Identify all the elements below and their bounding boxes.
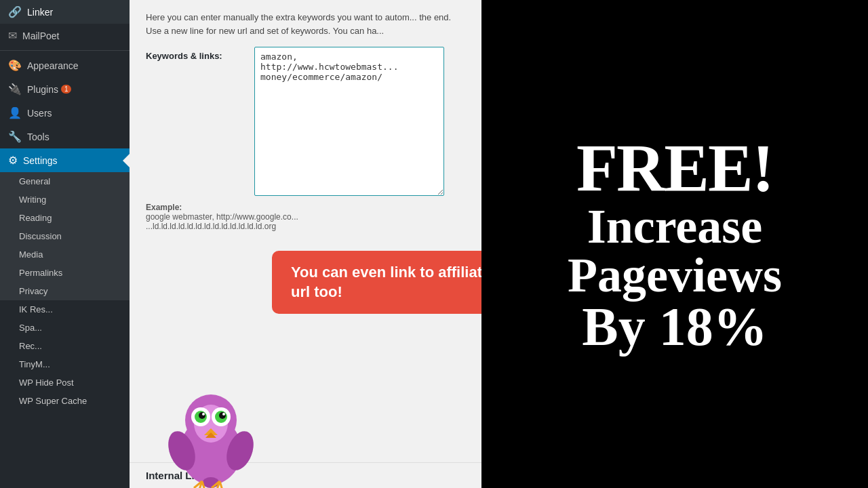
sidebar-item-label: Tools [27,131,50,142]
plugins-icon: 🔌 [8,83,22,96]
video-line1: FREE! [576,134,773,202]
video-line2: Increase [587,202,763,251]
keywords-label: Keywords & links: [146,47,254,61]
tools-icon: 🔧 [8,130,22,143]
mascot-bird [167,380,255,488]
svg-point-7 [199,412,205,419]
content-inner: Here you can enter manually the extra ke… [130,0,481,488]
extra-ik-res[interactable]: IK Res... [0,300,130,319]
sidebar-item-linker[interactable]: 🔗 Linker [0,0,130,24]
right-panel: FREE! Increase Pageviews By 18% [481,0,868,488]
svg-point-9 [202,413,205,415]
settings-icon: ⚙ [8,154,18,167]
main-content: Here you can enter manually the extra ke… [130,0,481,488]
svg-point-8 [219,412,226,419]
video-line3: Pageviews [568,251,782,300]
settings-submenu: General Writing Reading Discussion Media… [0,172,130,300]
sidebar-divider [0,50,130,51]
extra-spa[interactable]: Spa... [0,319,130,337]
sidebar-item-settings[interactable]: ⚙ Settings [0,148,130,172]
sidebar-item-label: Appearance [27,60,79,71]
example-label: Example: [146,203,182,212]
svg-point-10 [222,413,225,415]
users-icon: 👤 [8,106,22,119]
active-arrow [123,154,130,167]
plugins-badge: 1 [61,85,72,94]
sidebar-item-plugins[interactable]: 🔌 Plugins 1 [0,77,130,101]
submenu-discussion[interactable]: Discussion [0,227,130,245]
sidebar-item-label: MailPoet [22,30,59,41]
appearance-icon: 🎨 [8,59,22,72]
linker-icon: 🔗 [8,5,22,18]
sidebar-item-label: Linker [27,7,53,18]
example-text2: ...ld.ld.ld.ld.ld.ld.ld.ld.ld.ld.ld.ld.l… [146,222,276,231]
extra-tinyme[interactable]: TinyM... [0,355,130,373]
submenu-privacy[interactable]: Privacy [0,282,130,300]
submenu-general[interactable]: General [0,172,130,190]
mailpoet-icon: ✉ [8,29,17,42]
sidebar: 🔗 Linker ✉ MailPoet 🎨 Appearance 🔌 Plugi… [0,0,130,488]
sidebar-item-mailpoet[interactable]: ✉ MailPoet [0,24,130,47]
submenu-permalinks[interactable]: Permalinks [0,264,130,282]
intro-text: Here you can enter manually the extra ke… [146,11,465,37]
example-block: Example: google webmaster, http://www.go… [146,203,465,231]
example-text: google webmaster, http://www.google.co..… [146,212,298,222]
video-line4: By 18% [582,300,767,354]
extra-plugins-menu: IK Res... Spa... Rec... TinyM... WP Hide… [0,300,130,410]
keywords-textarea[interactable]: amazon, http://www.hcwtowebmast... money… [254,47,444,196]
sidebar-item-tools[interactable]: 🔧 Tools [0,125,130,148]
keywords-field-row: Keywords & links: amazon, http://www.hcw… [146,47,465,196]
submenu-media[interactable]: Media [0,245,130,264]
callout-text: You can even link to affiliate url too! [291,264,481,300]
extra-wp-hide-post[interactable]: WP Hide Post [0,373,130,392]
extra-wp-supercache[interactable]: WP Super Cache [0,392,130,410]
callout-bubble: You can even link to affiliate url too! [272,251,481,314]
sidebar-item-users[interactable]: 👤 Users [0,101,130,125]
sidebar-item-label: Users [27,108,52,119]
sidebar-item-label: Plugins [27,84,58,95]
extra-rec[interactable]: Rec... [0,337,130,355]
sidebar-item-appearance[interactable]: 🎨 Appearance [0,54,130,77]
submenu-writing[interactable]: Writing [0,190,130,209]
submenu-reading[interactable]: Reading [0,209,130,227]
sidebar-item-label: Settings [23,155,58,166]
